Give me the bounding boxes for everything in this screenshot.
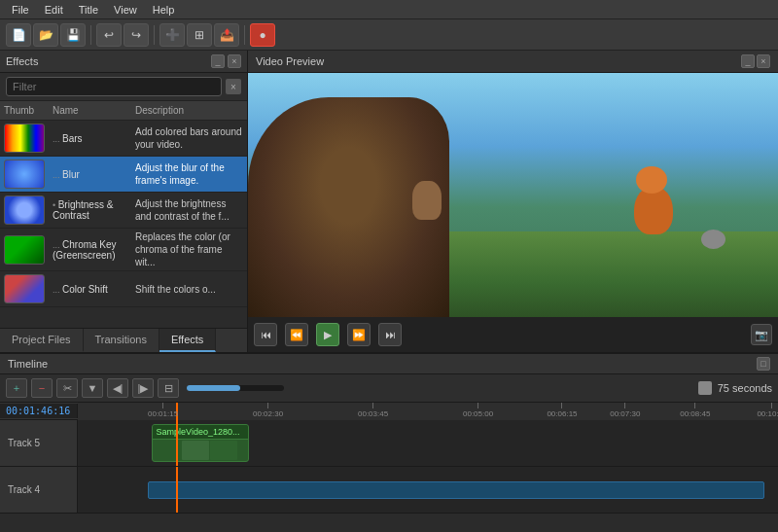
track-row-4: Track 4	[0, 467, 778, 514]
effect-row-colorshift[interactable]: ... Color Shift Shift the colors o...	[0, 271, 247, 307]
razor-button[interactable]: ✂	[56, 378, 78, 398]
effect-name-dots-color: ...	[53, 285, 62, 295]
timeline-title: Timeline	[8, 358, 48, 370]
save-button[interactable]: 💾	[60, 23, 86, 47]
audio-track-bar[interactable]	[148, 481, 764, 499]
effect-thumb-chromakey	[0, 232, 49, 267]
track-4-content[interactable]	[78, 467, 778, 513]
effect-row-blur[interactable]: ... Blur Adjust the blur of the frame's …	[0, 157, 247, 193]
snapping-button[interactable]: ⊟	[158, 378, 179, 398]
effect-desc-chromakey: Replaces the color (or chroma of the fra…	[131, 229, 247, 270]
effects-panel-header: Effects _ ×	[0, 51, 247, 73]
new-button[interactable]: 📄	[6, 23, 31, 47]
export-button[interactable]: 📤	[214, 23, 239, 47]
zoom-fill	[187, 385, 240, 391]
remove-track-button[interactable]: −	[31, 378, 53, 398]
step-forward-button[interactable]: ⏩	[347, 323, 371, 346]
record-button[interactable]: ●	[250, 23, 275, 47]
menu-title[interactable]: Title	[71, 2, 106, 18]
mouse-body	[701, 230, 725, 249]
squirrel-body	[412, 181, 442, 220]
effect-name-dots-chroma: ...	[53, 240, 62, 250]
effects-panel-controls: _ ×	[211, 54, 241, 68]
preview-minimize[interactable]: _	[741, 54, 755, 68]
effect-row-bars[interactable]: ... Bars Add colored bars around your vi…	[0, 121, 247, 157]
brightness-thumbnail	[4, 195, 45, 225]
main-area: Effects _ × × Thumb Name Description	[0, 51, 778, 352]
effect-thumb-bars	[0, 121, 49, 156]
track-5-content[interactable]: SampleVideo_1280...	[78, 420, 778, 466]
colorshift-thumbnail	[4, 274, 45, 303]
preview-close[interactable]: ×	[757, 54, 770, 68]
effect-thumb-brightness	[0, 193, 49, 228]
video-scene	[248, 73, 778, 317]
tab-transitions[interactable]: Transitions	[84, 329, 159, 352]
effects-panel-title: Effects	[6, 55, 38, 67]
add-track-button[interactable]: +	[6, 378, 27, 398]
tab-project-files[interactable]: Project Files	[0, 329, 84, 352]
col-desc-header: Description	[131, 103, 247, 118]
ruler-mark: 00:06:15	[547, 403, 577, 420]
ruler-marks[interactable]: 00:01:1500:02:3000:03:4500:05:0000:06:15…	[78, 403, 778, 420]
filter-input[interactable]	[6, 77, 222, 96]
ruler-mark: 00:05:00	[463, 403, 493, 420]
blur-thumbnail	[4, 160, 45, 189]
open-button[interactable]: 📂	[33, 23, 58, 47]
grid-button[interactable]: ⊞	[187, 23, 212, 47]
scene-mouse	[701, 215, 735, 249]
toolbar: 📄 📂 💾 ↩ ↪ ➕ ⊞ 📤 ●	[0, 19, 778, 51]
track-4-label: Track 4	[0, 467, 78, 513]
add-button[interactable]: ➕	[159, 23, 185, 47]
effect-name-brightness: • Brightness & Contrast	[49, 197, 131, 223]
clip-thumb-3	[210, 441, 237, 460]
effects-table: Thumb Name Description ... Bars Add colo…	[0, 101, 247, 328]
camera-button[interactable]: 📷	[751, 324, 772, 345]
effect-thumb-colorshift	[0, 271, 49, 306]
preview-header: Video Preview _ ×	[248, 51, 778, 73]
col-name-header: Name	[49, 103, 131, 118]
toolbar-separator-3	[244, 25, 245, 45]
arrow-down-button[interactable]: ▼	[82, 378, 103, 398]
play-button[interactable]: ▶	[316, 323, 339, 346]
effect-name-bars: ... Bars	[49, 131, 131, 146]
redo-button[interactable]: ↪	[124, 23, 149, 47]
effect-name-blur: ... Blur	[49, 167, 131, 182]
effect-row-brightness[interactable]: • Brightness & Contrast Adjust the brigh…	[0, 193, 247, 229]
ruler-mark: 00:07:30	[610, 403, 640, 420]
clip-thumbnails	[153, 440, 249, 461]
next-marker-button[interactable]: |▶	[132, 378, 154, 398]
effect-name-dots-bars: ...	[53, 134, 62, 144]
timeline-expand[interactable]: □	[757, 357, 770, 371]
effect-row-chromakey[interactable]: ... Chroma Key (Greenscreen) Replaces th…	[0, 229, 247, 271]
step-back-button[interactable]: ⏪	[285, 323, 308, 346]
duration-indicator	[698, 381, 712, 395]
video-clip-sample[interactable]: SampleVideo_1280...	[152, 424, 250, 462]
preview-controls: ⏮ ⏪ ▶ ⏩ ⏭ 📷	[248, 317, 778, 352]
preview-panel-controls: _ ×	[741, 54, 770, 68]
ruler-mark: 00:03:45	[358, 403, 388, 420]
forward-to-end-button[interactable]: ⏭	[378, 323, 402, 346]
menu-file[interactable]: File	[4, 2, 37, 18]
track-row-5: Track 5 SampleVideo_1280...	[0, 420, 778, 467]
prev-marker-button[interactable]: ◀|	[107, 378, 128, 398]
panel-minimize[interactable]: _	[211, 54, 225, 68]
timeline-toolbar: + − ✂ ▼ ◀| |▶ ⊟ 75 seconds	[0, 374, 778, 403]
effects-column-headers: Thumb Name Description	[0, 101, 247, 121]
undo-button[interactable]: ↩	[96, 23, 122, 47]
filter-clear-button[interactable]: ×	[226, 79, 241, 94]
menubar: File Edit Title View Help	[0, 0, 778, 19]
timeline-ruler: 00:01:46:16 00:01:1500:02:3000:03:4500:0…	[0, 403, 778, 420]
menu-help[interactable]: Help	[145, 2, 183, 18]
zoom-slider[interactable]	[187, 385, 284, 391]
effect-desc-brightness: Adjust the brightness and contrast of th…	[131, 195, 247, 225]
menu-view[interactable]: View	[106, 2, 145, 18]
menu-edit[interactable]: Edit	[37, 2, 71, 18]
panel-close[interactable]: ×	[228, 54, 241, 68]
fox-head	[636, 166, 667, 194]
timeline-duration: 75 seconds	[698, 381, 772, 395]
rewind-to-start-button[interactable]: ⏮	[254, 323, 277, 346]
filter-row: ×	[0, 73, 247, 101]
toolbar-separator	[90, 25, 91, 45]
video-preview-panel: Video Preview _ ×	[248, 51, 778, 352]
tab-effects[interactable]: Effects	[159, 329, 216, 352]
